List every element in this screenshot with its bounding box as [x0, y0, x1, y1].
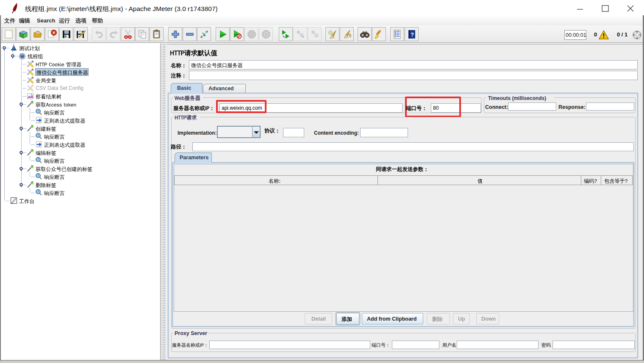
- svg-text:?: ?: [411, 31, 414, 38]
